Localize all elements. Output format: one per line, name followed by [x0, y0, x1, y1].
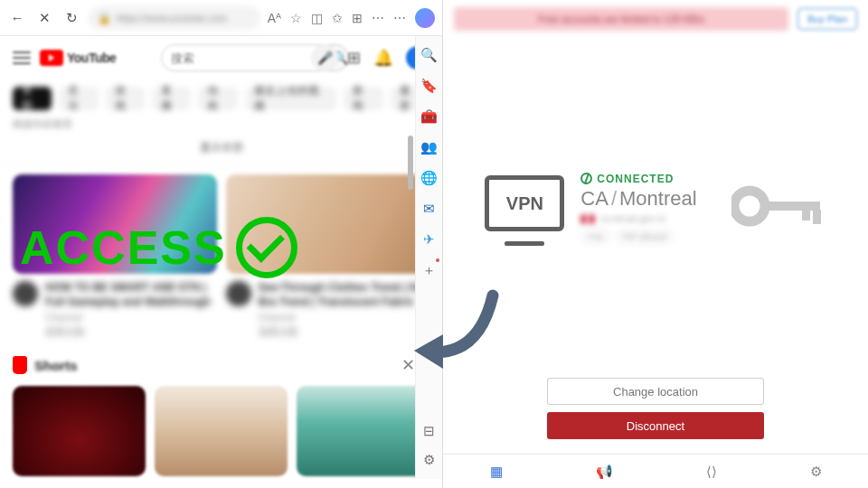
connected-status: CONNECTED	[580, 173, 696, 185]
nav-announce-icon[interactable]: 📢	[596, 464, 613, 480]
vpn-buttons: Change location Disconnect	[443, 378, 868, 454]
browser-actions: Aᴬ ☆ ◫ ✩ ⊞ ⋯ ⋯	[268, 8, 435, 28]
menu-icon[interactable]: ⋯	[393, 11, 406, 25]
video-channel: Channel	[45, 312, 217, 323]
video-channel: Channel	[259, 312, 430, 323]
vpn-main: VPN CONNECTED CA/Montreal ca-mtl.vpn.gen…	[443, 38, 868, 378]
globe-icon	[580, 173, 592, 184]
scrollbar-thumb[interactable]	[408, 136, 413, 190]
video-title: See-Through Clothes Trend | No Bra Trend…	[259, 281, 430, 309]
vpn-panel: Free accounts are limited to 128 KB/s Bu…	[443, 0, 868, 488]
vpn-location: CA/Montreal	[580, 187, 696, 211]
access-stamp: ACCESS	[20, 217, 297, 278]
short-thumbnail[interactable]	[13, 386, 146, 476]
settings-sidebar-icon[interactable]: ⚙	[423, 452, 435, 468]
recommendation-label: 根据内容推荐	[0, 117, 442, 131]
chip[interactable]: 游戏	[106, 87, 145, 110]
nav-code-icon[interactable]: ⟨⟩	[706, 464, 717, 480]
svg-rect-1	[762, 202, 820, 211]
vpn-status-row: VPN CONNECTED CA/Montreal ca-mtl.vpn.gen…	[485, 173, 826, 244]
connected-label: CONNECTED	[597, 173, 674, 185]
disconnect-button[interactable]: Disconnect	[547, 412, 764, 439]
favorite-icon[interactable]: ☆	[290, 11, 302, 25]
globe-sidebar-icon[interactable]: 🌐	[420, 170, 438, 186]
banner-row: Free accounts are limited to 128 KB/s Bu…	[443, 0, 868, 38]
read-aloud-icon[interactable]: Aᴬ	[268, 11, 281, 25]
buy-plan-button[interactable]: Buy Plan	[797, 8, 857, 30]
access-text: ACCESS	[20, 221, 227, 275]
limit-banner: Free accounts are limited to 128 KB/s	[454, 7, 788, 31]
url-text: https://www.youtube.com	[117, 13, 227, 23]
copilot-icon[interactable]	[415, 8, 435, 28]
hamburger-icon[interactable]	[13, 52, 31, 64]
vpn-badge: VPN	[485, 175, 564, 240]
shorts-icon	[13, 356, 27, 374]
tag: Free	[580, 230, 610, 244]
chip[interactable]: 新闻	[344, 87, 382, 110]
flag-icon	[580, 214, 595, 224]
split-icon[interactable]: ◫	[311, 11, 323, 25]
youtube-logo-text: YouTube	[67, 51, 116, 65]
close-tab-button[interactable]: ✕	[34, 8, 54, 28]
add-icon[interactable]: ＋	[422, 262, 436, 279]
tools-icon[interactable]: 🧰	[420, 108, 438, 125]
create-icon[interactable]: ⊞	[347, 48, 361, 68]
search-input[interactable]	[161, 44, 333, 71]
browser-sidebar: 🔍 🔖 🧰 👥 🌐 ✉ ✈ ＋ ⊟ ⚙	[415, 36, 442, 479]
youtube-logo[interactable]: YouTube	[40, 50, 116, 66]
shopping-icon[interactable]: 🔖	[420, 78, 438, 94]
server-id: ca-mtl.vpn.gen-12	[600, 214, 665, 223]
chip[interactable]: 音乐	[59, 87, 98, 110]
shorts-label: Shorts	[34, 358, 78, 373]
chip[interactable]: 动画	[198, 87, 237, 110]
refresh-button[interactable]: ↻	[61, 8, 81, 28]
short-thumbnail[interactable]	[297, 386, 429, 476]
server-tags: Free P2P allowed	[580, 230, 696, 244]
svg-rect-3	[813, 210, 821, 224]
search-sidebar-icon[interactable]: 🔍	[420, 47, 438, 63]
shorts-header: Shorts ✕	[0, 352, 442, 379]
shorts-row	[0, 379, 442, 483]
send-icon[interactable]: ✈	[423, 231, 435, 248]
location-country: CA	[580, 187, 609, 210]
checkmark-icon	[236, 217, 297, 278]
browser-toolbar: ← ✕ ↻ 🔒 https://www.youtube.com Aᴬ ☆ ◫ ✩…	[0, 0, 442, 36]
address-bar[interactable]: 🔒 https://www.youtube.com	[89, 6, 260, 30]
key-icon	[731, 184, 826, 231]
channel-avatar	[13, 281, 38, 306]
svg-rect-2	[802, 210, 810, 221]
video-views: 观看次数	[45, 325, 217, 339]
show-more-bar[interactable]: 显示全部	[0, 131, 442, 165]
youtube-header: YouTube 🔍 🎤 ⊞ 🔔	[0, 36, 442, 80]
location-city: Montreal	[619, 187, 697, 210]
back-button[interactable]: ←	[7, 8, 27, 28]
people-icon[interactable]: 👥	[420, 139, 438, 155]
mic-icon[interactable]: 🎤	[311, 44, 338, 71]
channel-avatar	[226, 281, 251, 306]
change-location-button[interactable]: Change location	[547, 378, 764, 405]
mail-icon[interactable]: ✉	[423, 201, 435, 217]
browser-panel: ← ✕ ↻ 🔒 https://www.youtube.com Aᴬ ☆ ◫ ✩…	[0, 0, 443, 488]
search-box: 🔍	[161, 44, 297, 71]
category-chips: 全部 音乐 游戏 直播 动画 最近上传的视频 新闻 最新	[0, 80, 442, 117]
chip[interactable]: 直播	[152, 87, 191, 110]
video-views: 观看次数	[259, 325, 430, 339]
performance-icon[interactable]: ⊟	[423, 423, 435, 439]
lock-icon: 🔒	[98, 12, 111, 24]
video-title: HOW TO BE SMART AND STN | Full Gameplay …	[45, 281, 217, 309]
notifications-icon[interactable]: 🔔	[373, 48, 393, 68]
nav-dashboard-icon[interactable]: ▦	[490, 464, 503, 480]
server-meta: ca-mtl.vpn.gen-12	[580, 214, 696, 224]
nav-settings-icon[interactable]: ⚙	[810, 464, 822, 480]
favorites-bar-icon[interactable]: ✩	[332, 11, 343, 25]
short-thumbnail[interactable]	[155, 386, 288, 476]
chip[interactable]: 全部	[13, 87, 52, 110]
extensions-icon[interactable]: ⋯	[372, 11, 384, 25]
tag: P2P allowed	[616, 230, 674, 244]
vpn-monitor-icon: VPN	[485, 175, 564, 231]
vpn-info: CONNECTED CA/Montreal ca-mtl.vpn.gen-12 …	[580, 173, 696, 244]
chip[interactable]: 最近上传的视频	[245, 87, 337, 110]
pointer-arrow	[407, 282, 506, 385]
svg-point-0	[734, 191, 765, 221]
collections-icon[interactable]: ⊞	[352, 11, 363, 25]
